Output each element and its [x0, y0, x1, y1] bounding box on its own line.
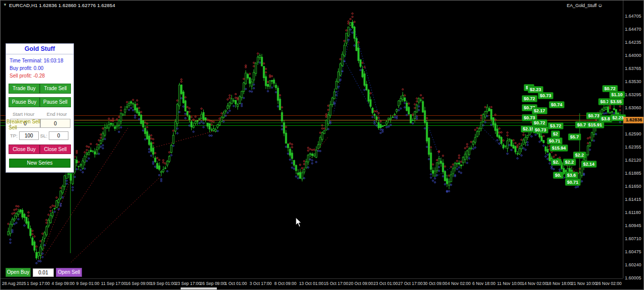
profit-label: $0.73 [533, 126, 548, 133]
candlestick-series [1, 13, 623, 264]
profit-label: $1.10 [609, 91, 625, 98]
trade-buy-button[interactable]: Trade Buy [9, 84, 40, 94]
tp-label: TP: [10, 133, 18, 138]
price-axis-label: 1.64000 [625, 53, 641, 58]
profit-label: $15.91 [586, 121, 604, 128]
sl-input[interactable] [49, 131, 68, 140]
time-axis-label: 23 Sep 17:00 [175, 281, 201, 286]
price-axis-label: 1.61415 [625, 197, 641, 202]
price-axis-label: 1.62120 [625, 158, 641, 163]
time-axis-label: 11 Sep 17:00 [101, 281, 126, 286]
profit-label: $0.72 [522, 95, 537, 102]
profit-label: $0.74 [549, 101, 565, 108]
ea-name-label: EA_Gold_Stuff☺ [567, 3, 603, 8]
pause-sell-button[interactable]: Pause Sell [40, 97, 71, 107]
price-axis-label: 1.61885 [625, 171, 641, 176]
profit-label: $3.55 [608, 98, 624, 105]
time-axis-label: 4 Nov 02:00 [448, 281, 471, 286]
open-sell-button[interactable]: Open Sell [56, 268, 82, 277]
time-axis-label: 1 Sep 17:00 [27, 281, 50, 286]
time-terminal-text: Time Terminal: 16:03:18 [10, 58, 70, 63]
time-axis-label: 1 Oct 01:00 [225, 281, 247, 286]
profit-label: $2.14 [581, 161, 597, 168]
time-axis-label: 14 Nov 02:00 [522, 281, 547, 286]
time-axis[interactable]: 28 Aug 20251 Sep 17:004 Sep 09:009 Sep 0… [1, 278, 623, 290]
price-chart[interactable] [1, 1, 623, 290]
order-controls: Open Buy Open Sell [6, 268, 82, 277]
time-axis-label: 4 Sep 09:00 [51, 281, 74, 286]
symbol-title: EURCAD,H1 1.62836 1.62860 1.62776 1.6285… [9, 3, 115, 8]
time-axis-label: 6 Nov 18:00 [472, 281, 496, 286]
chart-header: ▼ EURCAD,H1 1.62836 1.62860 1.62776 1.62… [1, 1, 623, 10]
price-axis-label: 1.63765 [625, 66, 641, 71]
trade-sell-button[interactable]: Trade Sell [40, 84, 71, 94]
time-axis-label: 8 Oct 09:00 [274, 281, 296, 286]
price-axis-label: 1.64470 [625, 27, 641, 32]
price-axis-label: 1.61180 [625, 210, 641, 215]
end-hour-label: End Hour [47, 111, 67, 117]
profit-label: $3.6 [565, 172, 578, 179]
time-axis-label: 26 Sep 09:00 [200, 281, 226, 286]
profit-label: $0.71 [565, 179, 581, 186]
price-axis-label: 1.62590 [625, 131, 641, 136]
pause-buy-button[interactable]: Pause Buy [9, 97, 40, 107]
price-axis[interactable]: 1.647051.644701.642351.640001.637651.635… [623, 1, 644, 278]
price-axis-label: 1.60710 [625, 236, 641, 241]
horizontal-scrollbar-thumb[interactable] [181, 287, 217, 290]
price-axis-label: 1.61650 [625, 184, 641, 189]
time-axis-label: 21 Nov 10:00 [572, 281, 597, 286]
breakeven-sell-line-label: Breakeven Sell [7, 119, 40, 124]
time-axis-label: 27 Oct 17:00 [398, 281, 423, 286]
current-price-badge: 1.62836 [623, 117, 644, 123]
end-hour-input[interactable] [40, 119, 70, 128]
sell-profit-text: Sell profit: -0.28 [10, 73, 70, 79]
time-axis-label: 18 Nov 18:00 [546, 281, 572, 286]
open-buy-button[interactable]: Open Buy [6, 268, 31, 277]
time-axis-label: 26 Nov 02:00 [596, 281, 622, 286]
sell-line-label: Sell [9, 125, 17, 130]
profit-label: $5.7 [568, 133, 581, 140]
price-axis-label: 1.63060 [625, 105, 641, 110]
chart-dropdown-icon[interactable]: ▼ [3, 3, 7, 7]
price-axis-label: 1.63530 [625, 79, 641, 84]
profit-label: $15.94 [550, 144, 568, 152]
profit-label: $0.71 [547, 137, 562, 144]
start-hour-label: Start Hour [13, 111, 34, 117]
time-axis-label: 16 Sep 09:00 [126, 281, 151, 286]
profit-label: $2. [551, 159, 561, 166]
time-axis-label: 13 Oct 01:00 [299, 281, 324, 286]
ea-name-text: EA_Gold_Stuff [567, 3, 596, 8]
profit-label: $2.2 [573, 152, 586, 159]
time-axis-label: 23 Oct 01:00 [373, 281, 398, 286]
new-series-button[interactable]: New Series [9, 159, 70, 168]
time-axis-label: 19 Sep 01:00 [150, 281, 176, 286]
tp-input[interactable] [19, 131, 39, 140]
mt4-chart-window: ▼ EURCAD,H1 1.62836 1.62860 1.62776 1.62… [0, 0, 644, 290]
profit-label: $0. [553, 172, 564, 179]
price-axis-label: 1.62355 [625, 144, 641, 150]
price-axis-label: 1.60005 [625, 275, 641, 280]
profit-label: $2.2 [563, 159, 576, 166]
close-sell-button[interactable]: Close Sell [40, 144, 71, 154]
sl-label: SL: [40, 133, 47, 138]
panel-title[interactable]: Gold Stuff [6, 44, 73, 54]
profit-label: $0.73 [538, 92, 553, 99]
time-axis-label: 3 Oct 17:00 [250, 281, 272, 286]
buy-profit-text: Buy profit: 0.00 [10, 65, 70, 71]
close-buy-button[interactable]: Close Buy [9, 144, 40, 154]
lot-size-input[interactable] [33, 268, 54, 277]
time-axis-label: 9 Sep 01:00 [76, 281, 100, 286]
ea-gold-stuff-panel: Gold Stuff Time Terminal: 16:03:18 Buy p… [6, 43, 74, 173]
ea-smiley-icon[interactable]: ☺ [598, 3, 603, 8]
price-axis-label: 1.64705 [625, 14, 641, 19]
profit-label: $2 [551, 130, 560, 137]
price-axis-label: 1.60475 [625, 249, 641, 254]
price-axis-label: 1.60240 [625, 262, 641, 267]
time-axis-label: 28 Aug 2025 [2, 281, 26, 286]
profit-label: $3.72 [548, 122, 564, 129]
price-axis-label: 1.64235 [625, 40, 641, 45]
profit-label: $2.17 [532, 107, 547, 114]
price-axis-label: 1.60945 [625, 223, 641, 228]
time-axis-label: 15 Oct 17:00 [324, 281, 349, 286]
price-axis-label: 1.63295 [625, 92, 641, 97]
